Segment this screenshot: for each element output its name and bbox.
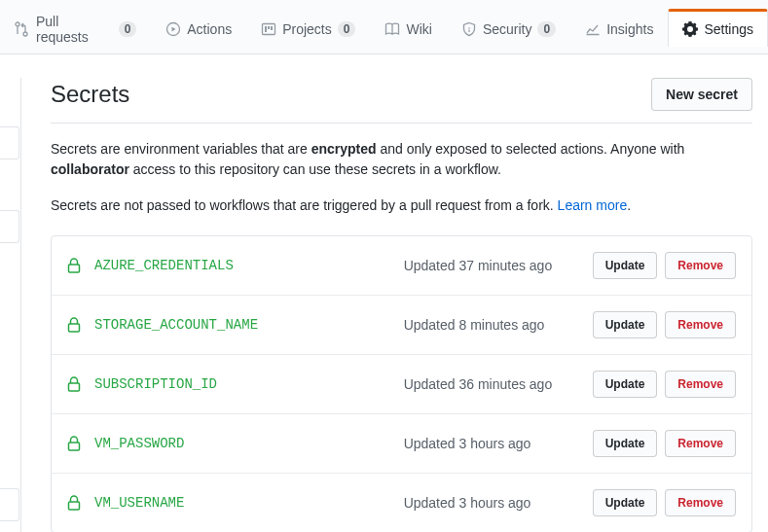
row-actions: UpdateRemove: [593, 430, 736, 457]
secret-name: VM_PASSWORD: [94, 436, 390, 451]
secret-updated: Updated 3 hours ago: [404, 436, 579, 451]
main-area: Secrets New secret Secrets are environme…: [0, 54, 768, 532]
sidebar-item-stub[interactable]: [0, 210, 19, 243]
play-icon: [165, 21, 181, 37]
repo-nav: Pull requests 0 Actions Projects 0 Wiki: [0, 0, 768, 54]
shield-icon: [461, 21, 477, 37]
graph-icon: [585, 21, 601, 37]
page-header: Secrets New secret: [51, 78, 752, 124]
tab-security[interactable]: Security 0: [447, 9, 570, 47]
description-2: Secrets are not passed to workflows that…: [51, 195, 752, 216]
lock-icon: [67, 317, 81, 333]
secret-row: STORAGE_ACCOUNT_NAMEUpdated 8 minutes ag…: [52, 296, 751, 355]
tab-label: Security: [483, 21, 532, 37]
update-button[interactable]: Update: [593, 430, 658, 457]
secret-updated: Updated 3 hours ago: [404, 495, 579, 511]
secret-row: SUBSCRIPTION_IDUpdated 36 minutes agoUpd…: [52, 355, 751, 414]
tab-label: Projects: [282, 21, 332, 37]
count-badge: 0: [537, 21, 556, 37]
update-button[interactable]: Update: [593, 252, 658, 279]
svg-rect-8: [69, 502, 80, 510]
svg-rect-4: [69, 265, 80, 272]
description-1: Secrets are environment variables that a…: [51, 139, 752, 180]
learn-more-link[interactable]: Learn more: [558, 197, 628, 213]
secret-updated: Updated 36 minutes ago: [404, 376, 579, 392]
secret-name: SUBSCRIPTION_ID: [94, 376, 390, 392]
row-actions: UpdateRemove: [593, 252, 736, 279]
tab-label: Insights: [606, 21, 653, 37]
svg-point-2: [468, 27, 470, 29]
svg-rect-5: [69, 324, 80, 332]
project-icon: [261, 21, 276, 37]
update-button[interactable]: Update: [593, 311, 658, 338]
secret-row: VM_USERNAMEUpdated 3 hours agoUpdateRemo…: [52, 474, 751, 532]
page-title: Secrets: [51, 81, 129, 108]
count-badge: 0: [119, 21, 137, 37]
svg-rect-3: [468, 30, 469, 33]
tab-label: Settings: [704, 21, 753, 37]
secret-row: VM_PASSWORDUpdated 3 hours agoUpdateRemo…: [52, 414, 751, 474]
tab-label: Wiki: [406, 21, 431, 37]
sidebar-item-stub[interactable]: [0, 488, 19, 521]
tab-wiki[interactable]: Wiki: [370, 9, 446, 47]
row-actions: UpdateRemove: [593, 489, 736, 516]
tab-pull-requests[interactable]: Pull requests 0: [0, 1, 151, 54]
remove-button[interactable]: Remove: [665, 371, 736, 398]
git-pull-request-icon: [15, 21, 30, 37]
remove-button[interactable]: Remove: [665, 252, 736, 279]
new-secret-button[interactable]: New secret: [651, 78, 752, 111]
remove-button[interactable]: Remove: [665, 311, 736, 338]
gear-icon: [682, 21, 698, 37]
update-button[interactable]: Update: [593, 489, 658, 516]
book-icon: [384, 21, 400, 37]
row-actions: UpdateRemove: [593, 371, 736, 398]
secret-row: AZURE_CREDENTIALSUpdated 37 minutes agoU…: [52, 236, 751, 296]
lock-icon: [67, 436, 81, 451]
lock-icon: [67, 376, 81, 392]
tab-settings[interactable]: Settings: [668, 9, 768, 47]
secret-updated: Updated 37 minutes ago: [404, 258, 579, 273]
row-actions: UpdateRemove: [593, 311, 736, 338]
secret-updated: Updated 8 minutes ago: [404, 317, 579, 333]
settings-sidebar: [0, 78, 21, 532]
tab-label: Actions: [187, 21, 232, 37]
tab-list: Pull requests 0 Actions Projects 0 Wiki: [0, 0, 768, 53]
remove-button[interactable]: Remove: [665, 489, 736, 516]
count-badge: 0: [338, 21, 356, 37]
secrets-list: AZURE_CREDENTIALSUpdated 37 minutes agoU…: [51, 235, 752, 532]
update-button[interactable]: Update: [593, 371, 658, 398]
lock-icon: [67, 258, 81, 273]
secret-name: STORAGE_ACCOUNT_NAME: [94, 317, 390, 333]
lock-icon: [67, 495, 81, 511]
secret-name: VM_USERNAME: [94, 495, 390, 511]
tab-projects[interactable]: Projects 0: [246, 9, 370, 47]
secret-name: AZURE_CREDENTIALS: [94, 258, 390, 273]
content: Secrets New secret Secrets are environme…: [21, 78, 768, 532]
sidebar-item-stub[interactable]: [0, 126, 19, 160]
svg-rect-6: [69, 383, 80, 391]
svg-rect-7: [69, 443, 80, 450]
tab-insights[interactable]: Insights: [570, 9, 668, 47]
remove-button[interactable]: Remove: [665, 430, 736, 457]
tab-label: Pull requests: [36, 14, 113, 45]
tab-actions[interactable]: Actions: [151, 9, 246, 47]
